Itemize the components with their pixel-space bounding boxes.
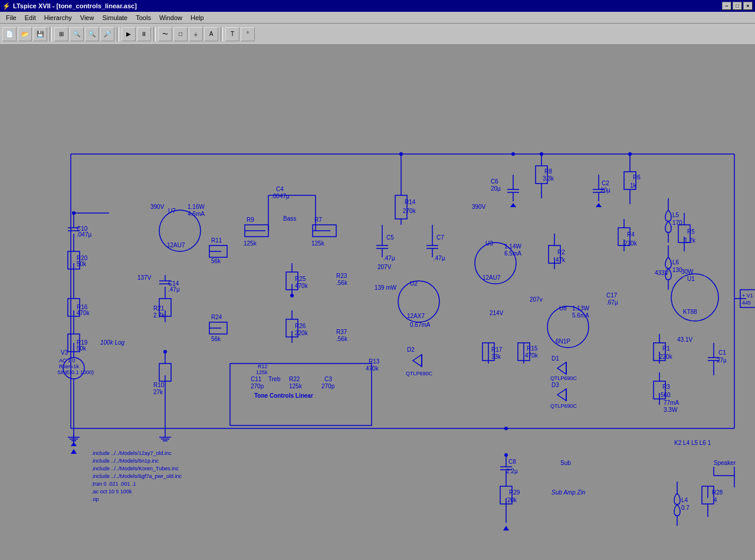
spice-btn[interactable]: °: [241, 27, 255, 41]
svg-text:C17: C17: [606, 292, 618, 299]
open-btn[interactable]: 📂: [18, 27, 32, 41]
svg-text:220k: 220k: [659, 353, 673, 360]
svg-text:R1: R1: [662, 345, 670, 352]
svg-text:V3: V3: [61, 349, 68, 356]
svg-text:20k: 20k: [507, 497, 517, 503]
svg-text:33k: 33k: [491, 353, 501, 360]
svg-text:C11: C11: [251, 376, 262, 382]
svg-text:27k: 27k: [153, 389, 163, 395]
menu-simulate[interactable]: Simulate: [99, 13, 131, 22]
svg-text:12AU7: 12AU7: [167, 242, 185, 248]
svg-text:1.14W: 1.14W: [504, 243, 521, 250]
svg-text:390V: 390V: [472, 204, 486, 210]
svg-text:R28: R28: [712, 489, 723, 496]
svg-text:Speaker: Speaker: [714, 460, 736, 466]
menu-hierarchy[interactable]: Hierarchy: [41, 13, 76, 22]
ground-btn[interactable]: ⏚: [189, 27, 203, 41]
svg-text:R11: R11: [211, 237, 222, 244]
title-text: LTspice XVII - [tone_controls_linear.asc…: [13, 2, 137, 9]
svg-text:R6: R6: [633, 174, 641, 181]
svg-text:R21: R21: [153, 305, 165, 312]
svg-text:.include ../../Models/6gf7a_pw: .include ../../Models/6gf7a_pwr_old.inc: [91, 473, 182, 479]
close-button[interactable]: ×: [743, 2, 753, 10]
svg-text:43.1V: 43.1V: [677, 336, 692, 343]
svg-text:100k Log: 100k Log: [100, 339, 125, 346]
menu-bar: File Edit Hierarchy View Simulate Tools …: [0, 12, 755, 24]
svg-text:R12: R12: [258, 363, 268, 369]
label-btn[interactable]: A: [204, 27, 218, 41]
svg-text:125k: 125k: [311, 240, 325, 247]
text-btn[interactable]: T: [225, 27, 239, 41]
maximize-button[interactable]: □: [733, 2, 742, 10]
svg-text:.op: .op: [91, 496, 99, 502]
svg-text:R4: R4: [627, 231, 635, 238]
svg-text:27µ: 27µ: [717, 357, 727, 363]
sep1: [50, 27, 52, 41]
svg-text:R3: R3: [662, 384, 670, 390]
toolbar: 📄 📂 💾 ⊞ 🔍 🔍 🔎 ▶ ⏸ 〜 □ ⏚ A T °: [0, 24, 755, 45]
svg-text:R2: R2: [557, 249, 565, 256]
svg-text:R15: R15: [527, 345, 538, 352]
svg-text:30W: 30W: [681, 268, 694, 275]
menu-view[interactable]: View: [77, 13, 98, 22]
wire-btn[interactable]: 〜: [158, 27, 172, 41]
svg-text:.56k: .56k: [336, 336, 348, 342]
zoom-in-btn[interactable]: 🔍: [70, 27, 84, 41]
svg-text:.47µ: .47µ: [168, 286, 180, 293]
pause-btn[interactable]: ⏸: [137, 27, 151, 41]
svg-text:125k: 125k: [289, 383, 303, 389]
svg-text:R22: R22: [289, 376, 300, 382]
zoom-fit-btn[interactable]: ⊞: [54, 27, 68, 41]
svg-text:.include ../../Models/6n1p.inc: .include ../../Models/6n1p.inc: [91, 458, 159, 464]
menu-window[interactable]: Window: [156, 13, 186, 22]
svg-text:R8: R8: [544, 168, 552, 175]
svg-text:C6: C6: [491, 178, 498, 185]
svg-text:Rser=1k: Rser=1k: [59, 363, 79, 369]
svg-text:QTLP690C: QTLP690C: [550, 375, 577, 381]
run-btn[interactable]: ▶: [122, 27, 136, 41]
svg-text:AC 1 0: AC 1 0: [59, 358, 76, 363]
svg-text:214V: 214V: [490, 310, 504, 316]
svg-text:QTLP690C: QTLP690C: [406, 371, 433, 376]
svg-text:R17: R17: [491, 346, 503, 353]
svg-text:.include ../../Models/Koren_Tu: .include ../../Models/Koren_Tubes.inc: [91, 466, 179, 471]
new-btn[interactable]: 📄: [2, 27, 17, 41]
svg-text:3.3W: 3.3W: [664, 407, 678, 413]
svg-text:50k: 50k: [77, 345, 87, 352]
minimize-button[interactable]: −: [722, 2, 731, 10]
svg-text:Sub Amp Zin: Sub Amp Zin: [552, 489, 586, 496]
title-bar-controls[interactable]: − □ ×: [722, 2, 753, 10]
svg-text:170: 170: [672, 220, 682, 226]
menu-tools[interactable]: Tools: [132, 13, 155, 22]
svg-point-295: [511, 152, 515, 156]
svg-text:U2: U2: [410, 280, 418, 287]
svg-text:C7: C7: [436, 234, 444, 241]
svg-text:R9: R9: [247, 217, 254, 223]
svg-text:137V: 137V: [137, 274, 152, 281]
zoom-out-btn[interactable]: 🔍: [85, 27, 99, 41]
svg-text:445: 445: [742, 300, 751, 306]
menu-file[interactable]: File: [2, 13, 20, 22]
svg-text:47k: 47k: [556, 257, 566, 263]
svg-text:Treb: Treb: [268, 376, 281, 382]
svg-text:560: 560: [661, 392, 671, 398]
svg-text:Bass: Bass: [283, 215, 296, 222]
component-btn[interactable]: □: [173, 27, 188, 41]
svg-point-291: [72, 211, 76, 215]
svg-text:2.7k: 2.7k: [153, 312, 165, 319]
app-icon: ⚡: [2, 2, 11, 10]
svg-text:R5: R5: [687, 228, 695, 235]
svg-point-294: [399, 152, 403, 156]
svg-text:.47µ: .47µ: [434, 255, 445, 261]
menu-edit[interactable]: Edit: [21, 13, 40, 22]
svg-text:270k: 270k: [624, 240, 638, 247]
svg-text:C3: C3: [324, 376, 332, 382]
save-btn[interactable]: 💾: [33, 27, 47, 41]
svg-text:470k: 470k: [77, 310, 90, 316]
schematic-area[interactable]: .wire { stroke: #0000cc; stroke-width: 1…: [0, 45, 755, 560]
menu-help[interactable]: Help: [187, 13, 208, 22]
zoom-area-btn[interactable]: 🔎: [100, 27, 114, 41]
svg-text:1.16W: 1.16W: [188, 204, 205, 210]
svg-text:.include ../../Models/12ay7_ol: .include ../../Models/12ay7_old.inc: [91, 450, 172, 456]
svg-text:Tone Controls Linear: Tone Controls Linear: [254, 392, 313, 399]
